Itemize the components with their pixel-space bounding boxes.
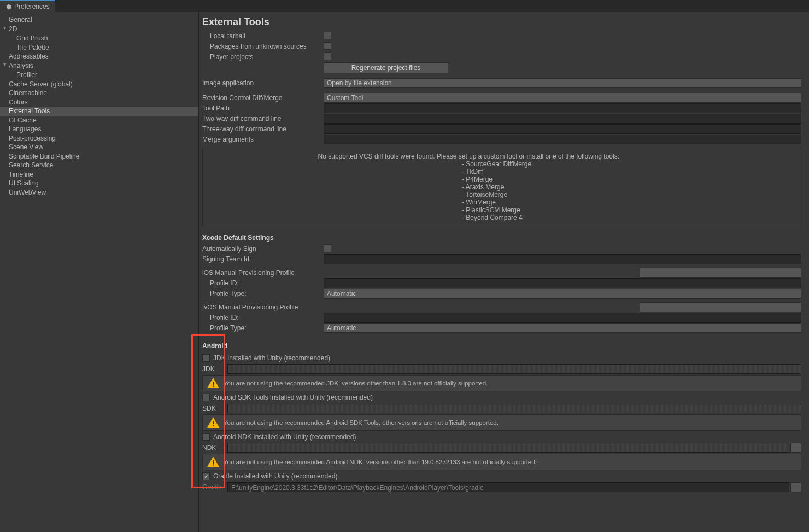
- sidebar-item-external-tools[interactable]: External Tools: [0, 107, 198, 116]
- svg-rect-2: [213, 421, 214, 424]
- sidebar-item-uniwebview[interactable]: UniWebView: [0, 188, 198, 197]
- vcs-tool-item: TkDiff: [462, 168, 794, 176]
- sidebar-item-post-processing[interactable]: Post-processing: [0, 134, 198, 143]
- sdk-installed-checkbox[interactable]: [202, 394, 210, 401]
- sidebar-item-profiler[interactable]: Profiler: [0, 71, 198, 80]
- regenerate-button[interactable]: Regenerate project files: [324, 62, 448, 73]
- auto-sign-checkbox[interactable]: [324, 244, 331, 252]
- player-projects-checkbox[interactable]: [324, 52, 331, 60]
- three-way-label: Three-way diff command line: [199, 125, 324, 133]
- svg-rect-0: [213, 382, 214, 385]
- jdk-warning: You are not using the recommended JDK, v…: [202, 375, 801, 391]
- sidebar-item-grid-brush[interactable]: Grid Brush: [0, 34, 198, 43]
- warning-icon: [206, 455, 220, 469]
- ios-prov-label: iOS Manual Provisioning Profile: [199, 269, 324, 277]
- sdk-label: SDK: [199, 405, 227, 412]
- tool-path-label: Tool Path: [199, 104, 324, 112]
- sidebar-item-scene-view[interactable]: Scene View: [0, 143, 198, 152]
- vcs-tool-item: TortoiseMerge: [462, 191, 794, 198]
- sidebar-item-analysis[interactable]: Analysis: [0, 61, 198, 71]
- sidebar-item-tile-palette[interactable]: Tile Palette: [0, 43, 198, 52]
- gear-icon: [5, 4, 11, 10]
- svg-rect-3: [213, 425, 214, 426]
- preferences-tab[interactable]: Preferences: [0, 0, 55, 12]
- signing-team-label: Signing Team Id:: [199, 255, 324, 263]
- jdk-label: JDK: [199, 365, 227, 373]
- gradle-installed-checkbox[interactable]: [202, 472, 210, 480]
- warning-icon: [206, 377, 220, 390]
- gradle-copy-button[interactable]: [790, 482, 801, 492]
- three-way-field[interactable]: [324, 124, 801, 134]
- packages-unknown-label: Packages from unknown sources: [199, 43, 324, 50]
- local-tarball-checkbox[interactable]: [324, 32, 331, 39]
- auto-sign-label: Automatically Sign: [199, 245, 324, 253]
- ndk-label: NDK: [199, 444, 227, 452]
- gradle-label: Gradle: [199, 483, 227, 491]
- gradle-installed-label: Gradle Installed with Unity (recommended…: [213, 472, 337, 480]
- ios-profile-type-dropdown[interactable]: Automatic: [324, 289, 801, 299]
- sidebar-item-ui-scaling[interactable]: UI Scaling: [0, 179, 198, 188]
- two-way-field[interactable]: [324, 114, 801, 124]
- tvos-profile-type-dropdown[interactable]: Automatic: [324, 323, 801, 333]
- vcs-tool-item: SourceGear DiffMerge: [462, 160, 794, 168]
- player-projects-label: Player projects: [199, 53, 324, 61]
- image-app-dropdown[interactable]: Open by file extension: [324, 78, 801, 88]
- main-panel: External Tools Local tarball Packages fr…: [199, 12, 809, 532]
- revision-control-label: Revision Control Diff/Merge: [199, 94, 324, 102]
- tvos-profile-id-field[interactable]: [324, 313, 801, 323]
- warning-icon: [206, 416, 220, 429]
- ndk-warning: You are not using the recommended Androi…: [202, 454, 801, 470]
- tab-title: Preferences: [14, 3, 50, 10]
- window-header: Preferences: [0, 0, 809, 12]
- svg-rect-4: [213, 460, 214, 464]
- tvos-prov-label: tvOS Manual Provisioning Profile: [199, 303, 324, 311]
- android-header: Android: [199, 338, 801, 352]
- packages-unknown-checkbox[interactable]: [324, 42, 331, 50]
- sidebar-item-search-service[interactable]: Search Service: [0, 161, 198, 170]
- tvos-profile-type-label: Profile Type:: [199, 324, 324, 332]
- local-tarball-label: Local tarball: [199, 32, 324, 40]
- sidebar-item-scriptable-build-pipeline[interactable]: Scriptable Build Pipeline: [0, 152, 198, 161]
- ndk-copy-button[interactable]: [790, 443, 801, 453]
- merge-args-label: Merge arguments: [199, 136, 324, 143]
- sidebar-item-general[interactable]: General: [0, 15, 198, 25]
- sidebar-item-languages[interactable]: Languages: [0, 125, 198, 134]
- ios-profile-id-field[interactable]: [324, 278, 801, 288]
- vcs-tools-info: No supported VCS diff tools were found. …: [202, 148, 801, 226]
- sdk-path-field[interactable]: [227, 404, 801, 413]
- sidebar-item-cinemachine[interactable]: Cinemachine: [0, 89, 198, 98]
- sidebar-item-cache-server-global-[interactable]: Cache Server (global): [0, 80, 198, 89]
- tool-path-field[interactable]: [324, 103, 801, 113]
- vcs-tool-item: Araxis Merge: [462, 183, 794, 191]
- sidebar-item-timeline[interactable]: Timeline: [0, 170, 198, 179]
- vcs-tool-item: P4Merge: [462, 176, 794, 183]
- tvos-browse-button[interactable]: [640, 302, 801, 312]
- ios-profile-id-label: Profile ID:: [199, 279, 324, 287]
- tvos-profile-id-label: Profile ID:: [199, 314, 324, 321]
- svg-rect-1: [213, 386, 214, 387]
- xcode-header: Xcode Default Settings: [199, 230, 801, 244]
- jdk-installed-label: JDK Installed with Unity (recommended): [213, 354, 330, 362]
- ndk-installed-checkbox[interactable]: [202, 433, 210, 441]
- vcs-tool-item: Beyond Compare 4: [462, 214, 794, 221]
- ndk-path-field[interactable]: [227, 443, 789, 453]
- sidebar: General2DGrid BrushTile PaletteAddressab…: [0, 12, 199, 532]
- sidebar-item-gi-cache[interactable]: GI Cache: [0, 116, 198, 125]
- image-app-label: Image application: [199, 79, 324, 87]
- sdk-installed-label: Android SDK Tools Installed with Unity (…: [213, 394, 373, 401]
- vcs-tool-item: PlasticSCM Merge: [462, 206, 794, 214]
- sidebar-item-addressables[interactable]: Addressables: [0, 52, 198, 61]
- two-way-label: Two-way diff command line: [199, 115, 324, 122]
- svg-rect-5: [213, 465, 214, 466]
- revision-control-dropdown[interactable]: Custom Tool: [324, 93, 801, 103]
- ios-browse-button[interactable]: [640, 268, 801, 278]
- signing-team-field[interactable]: [324, 254, 801, 264]
- page-title: External Tools: [199, 16, 801, 28]
- sidebar-item-colors[interactable]: Colors: [0, 98, 198, 107]
- ios-profile-type-label: Profile Type:: [199, 290, 324, 297]
- jdk-installed-checkbox[interactable]: [202, 354, 210, 362]
- sidebar-item-2d[interactable]: 2D: [0, 25, 198, 34]
- merge-args-field[interactable]: [324, 135, 801, 144]
- jdk-path-field[interactable]: [227, 364, 801, 374]
- ndk-installed-label: Android NDK Installed with Unity (recomm…: [213, 433, 356, 441]
